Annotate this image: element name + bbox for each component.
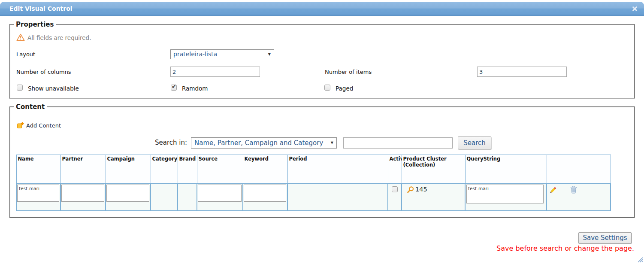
row-period-cell [287, 184, 388, 211]
content-table: Name Partner Campaign Category Brand Sou… [16, 155, 611, 211]
close-icon[interactable] [632, 6, 638, 12]
save-settings-button[interactable]: Save Settings [578, 232, 632, 244]
row-partner-textarea[interactable] [61, 185, 104, 202]
search-input[interactable] [343, 137, 453, 149]
dialog-title: Edit Visual Control [9, 2, 73, 15]
delete-trash-icon[interactable] [569, 185, 578, 194]
col-header-querystring: QueryString [465, 155, 547, 184]
random-label: Ramdom [182, 85, 208, 92]
add-content-icon[interactable] [17, 121, 24, 129]
paged-label: Paged [336, 85, 353, 92]
col-header-source: Source [197, 155, 243, 184]
required-fields-note: All fields are required. [27, 34, 91, 41]
svg-text:!: ! [20, 36, 22, 40]
paged-checkbox[interactable] [324, 85, 330, 91]
row-category-cell [151, 184, 178, 211]
show-unavailable-checkbox[interactable] [17, 85, 23, 91]
col-header-product-cluster: Product Cluster (Collection) [402, 155, 465, 184]
properties-fieldset: Properties ! All fields are required. La… [9, 24, 635, 99]
col-header-name: Name [16, 155, 60, 184]
row-brand-cell [178, 184, 197, 211]
col-header-campaign: Campaign [106, 155, 151, 184]
columns-label: Number of columns [16, 69, 71, 75]
items-label: Number of items [325, 69, 372, 75]
search-in-select-value: Name, Partner, Campaign and Category [194, 139, 323, 147]
search-in-label: Search in: [155, 139, 187, 146]
resize-grip[interactable] [635, 255, 644, 263]
row-keyword-textarea[interactable] [244, 185, 286, 202]
edit-pencil-icon[interactable] [549, 185, 558, 194]
col-header-brand: Brand [178, 155, 197, 184]
row-querystring-textarea[interactable]: test-mari [466, 185, 544, 203]
show-unavailable-label: Show unavailable [28, 85, 79, 92]
col-header-category: Category [151, 155, 178, 184]
table-row: test-mari 145 test-mari [16, 184, 611, 211]
items-input[interactable] [477, 67, 567, 77]
col-header-partner: Partner [60, 155, 106, 184]
search-in-select[interactable]: Name, Partner, Campaign and Category ▼ [191, 137, 337, 149]
content-legend: Content [14, 103, 47, 111]
save-warning-text: Save before search or change the page. [496, 244, 634, 252]
table-header-row: Name Partner Campaign Category Brand Sou… [16, 155, 611, 184]
columns-input[interactable] [170, 67, 260, 77]
layout-select[interactable]: prateleira-lista ▼ [170, 49, 274, 59]
layout-label: Layout [16, 51, 35, 58]
properties-legend: Properties [14, 21, 56, 28]
row-source-textarea[interactable] [198, 185, 242, 202]
product-cluster-id: 145 [415, 186, 427, 193]
col-header-keyword: Keyword [243, 155, 287, 184]
row-name-textarea[interactable]: test-mari [17, 185, 59, 202]
warning-icon: ! [16, 33, 25, 41]
layout-select-value: prateleira-lista [173, 51, 217, 58]
add-content-label[interactable]: Add Content [26, 122, 61, 129]
chevron-down-icon: ▼ [268, 52, 271, 56]
row-active-checkbox[interactable] [392, 186, 398, 192]
col-header-active: Activ [388, 155, 402, 184]
content-fieldset: Content Add Content Search in: Name, Par… [9, 106, 635, 218]
row-campaign-textarea[interactable] [106, 185, 149, 202]
search-lookup-icon[interactable] [407, 186, 414, 194]
random-checkbox[interactable] [171, 85, 177, 91]
col-header-actions [547, 155, 611, 184]
dialog-titlebar: Edit Visual Control [0, 2, 644, 16]
col-header-period: Period [287, 155, 388, 184]
search-button[interactable]: Search [458, 137, 491, 149]
chevron-down-icon: ▼ [331, 141, 333, 145]
